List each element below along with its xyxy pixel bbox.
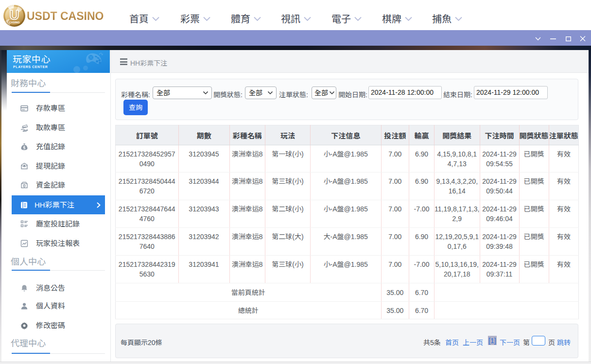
svg-text:CASINO: CASINO	[9, 21, 20, 24]
